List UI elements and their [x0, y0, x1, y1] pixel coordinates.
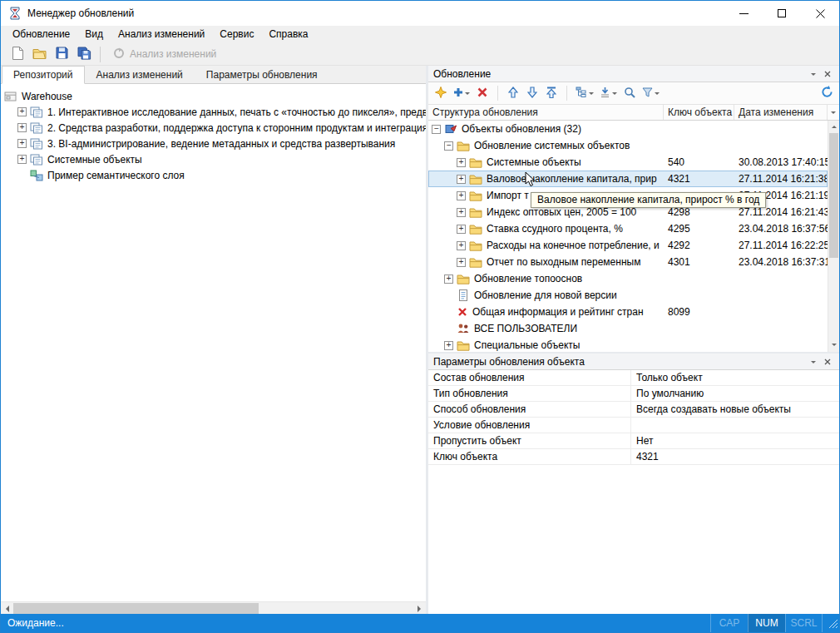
- param-row-0[interactable]: Состав обновленияТолько объект: [428, 370, 839, 386]
- update-row-13[interactable]: +Специальные объекты: [428, 337, 828, 352]
- vscroll-thumb[interactable]: [829, 133, 838, 258]
- close-icon[interactable]: [801, 1, 839, 26]
- move-up-button[interactable]: [505, 84, 521, 102]
- tree-view-button[interactable]: [574, 84, 595, 102]
- tree-item-label: Пример семантического слоя: [47, 170, 185, 181]
- param-row-4[interactable]: Пропустить объектНет: [428, 433, 839, 449]
- expand-icon[interactable]: +: [457, 175, 466, 184]
- tree-item-label: 3. BI-администрирование, ведение метадан…: [47, 138, 395, 150]
- change-date: 27.11.2014 16:22:25: [734, 237, 828, 254]
- tree-item-2[interactable]: +3. BI-администрирование, ведение метада…: [4, 136, 426, 151]
- expand-icon[interactable]: +: [457, 158, 466, 167]
- resize-grip[interactable]: [827, 617, 838, 631]
- horizontal-scrollbar[interactable]: [1, 601, 426, 614]
- search-button[interactable]: [621, 84, 638, 102]
- expand-icon[interactable]: +: [457, 225, 466, 234]
- expand-icon[interactable]: +: [444, 341, 453, 350]
- update-panel-title: Обновление: [433, 68, 806, 80]
- import-button[interactable]: [598, 84, 619, 102]
- tree-root[interactable]: Warehouse: [4, 88, 426, 104]
- vertical-scrollbar[interactable]: [828, 121, 839, 352]
- column-chooser-icon[interactable]: [828, 105, 839, 120]
- update-row-1[interactable]: −Обновление системных объектов: [428, 137, 828, 154]
- panel-close-icon[interactable]: [820, 355, 834, 368]
- expand-icon[interactable]: +: [17, 139, 27, 148]
- change-date: 27.11.2014 16:21:38: [734, 171, 828, 187]
- move-top-button[interactable]: [543, 84, 560, 102]
- column-structure[interactable]: Структура обновления: [428, 105, 664, 120]
- column-object-key[interactable]: Ключ объекта: [664, 105, 734, 120]
- menu-item-2[interactable]: Анализ изменений: [111, 26, 212, 43]
- folder-icon: [469, 257, 482, 268]
- status-indicators: CAPNUMSCRL: [710, 614, 823, 632]
- new-document-button[interactable]: [6, 45, 28, 64]
- column-change-date[interactable]: Дата изменения: [734, 105, 828, 120]
- update-row-6[interactable]: +Ставка ссудного процента, %429523.04.20…: [428, 220, 828, 237]
- update-row-10[interactable]: Обновление для новой версии: [428, 287, 828, 304]
- panel-menu-icon[interactable]: [806, 355, 820, 368]
- expand-icon[interactable]: +: [17, 155, 27, 164]
- hscroll-thumb[interactable]: [13, 603, 259, 614]
- update-row-3[interactable]: +Валовое накопление капитала, прир432127…: [428, 171, 828, 187]
- panel-close-icon[interactable]: [820, 67, 834, 81]
- update-row-7[interactable]: +Расходы на конечное потребление, и42922…: [428, 237, 828, 254]
- filter-dropdown-icon[interactable]: [655, 92, 660, 97]
- expand-icon[interactable]: +: [17, 123, 27, 132]
- save-button[interactable]: [51, 45, 73, 64]
- delete-button[interactable]: [474, 84, 491, 102]
- move-top-icon: [546, 87, 556, 101]
- collapse-icon[interactable]: −: [444, 141, 453, 151]
- insert-dropdown-icon[interactable]: [465, 92, 470, 97]
- folder-icon: [457, 340, 470, 351]
- scroll-down-icon[interactable]: [828, 340, 839, 352]
- menu-item-0[interactable]: Обновление: [5, 26, 77, 43]
- update-row-12[interactable]: ВСЕ ПОЛЬЗОВАТЕЛИ: [428, 320, 828, 337]
- insert-button[interactable]: [452, 84, 472, 102]
- minimize-icon[interactable]: [724, 1, 763, 26]
- tab-0[interactable]: Репозиторий: [2, 66, 85, 84]
- update-row-9[interactable]: +Обновление топооснов: [428, 270, 828, 287]
- expand-icon[interactable]: +: [17, 107, 27, 116]
- tab-1[interactable]: Анализ изменений: [85, 66, 195, 83]
- panel-menu-icon[interactable]: [806, 67, 820, 81]
- scroll-right-icon[interactable]: [413, 602, 426, 615]
- update-row-11[interactable]: Общая информация и рейтинг стран8099: [428, 304, 828, 320]
- scroll-left-icon[interactable]: [1, 602, 13, 615]
- tree-item-1[interactable]: +2. Средства разработки, поддержка досту…: [4, 120, 426, 136]
- tree-item-4[interactable]: Пример семантического слоя: [4, 167, 426, 183]
- tree-item-3[interactable]: +Системные объекты: [4, 151, 426, 167]
- tree-view-dropdown-icon[interactable]: [589, 92, 594, 97]
- tab-2[interactable]: Параметры обновления: [195, 66, 329, 83]
- menu-item-4[interactable]: Справка: [261, 26, 315, 43]
- menu-item-3[interactable]: Сервис: [212, 26, 261, 43]
- move-down-button[interactable]: [524, 84, 541, 102]
- save-all-icon: [77, 47, 91, 62]
- expand-icon[interactable]: +: [457, 258, 466, 267]
- update-row-8[interactable]: +Отчет по выходным переменным430123.04.2…: [428, 254, 828, 270]
- menu-item-1[interactable]: Вид: [77, 26, 111, 43]
- add-object-button[interactable]: [432, 84, 449, 102]
- repository-panel: РепозиторийАнализ измененийПараметры обн…: [1, 66, 426, 614]
- maximize-icon[interactable]: [763, 1, 801, 26]
- tree-item-0[interactable]: +1. Интерактивное исследование данных, п…: [4, 104, 426, 120]
- update-row-2[interactable]: +Системные объекты54030.08.2013 17:40:15: [428, 154, 828, 171]
- update-row-label: ВСЕ ПОЛЬЗОВАТЕЛИ: [474, 323, 577, 334]
- expand-icon[interactable]: +: [457, 241, 466, 250]
- param-row-2[interactable]: Способ обновленияВсегда создавать новые …: [428, 402, 839, 418]
- filter-button[interactable]: [640, 84, 661, 102]
- collapse-icon[interactable]: −: [432, 125, 441, 134]
- param-row-5[interactable]: Ключ объекта4321: [428, 449, 839, 465]
- param-row-1[interactable]: Тип обновленияПо умолчанию: [428, 386, 839, 402]
- expand-icon[interactable]: +: [444, 274, 453, 284]
- object-key: [664, 337, 734, 352]
- scroll-up-icon[interactable]: [828, 121, 839, 132]
- object-key: 4292: [664, 237, 734, 254]
- refresh-button[interactable]: [818, 84, 835, 102]
- param-row-3[interactable]: Условие обновления: [428, 418, 839, 433]
- save-all-button[interactable]: [73, 45, 96, 64]
- import-dropdown-icon[interactable]: [612, 92, 617, 97]
- expand-icon[interactable]: +: [457, 208, 466, 217]
- open-button[interactable]: [28, 45, 51, 64]
- expand-icon[interactable]: +: [457, 191, 466, 200]
- update-row-0[interactable]: −Объекты обновления (32): [428, 121, 828, 137]
